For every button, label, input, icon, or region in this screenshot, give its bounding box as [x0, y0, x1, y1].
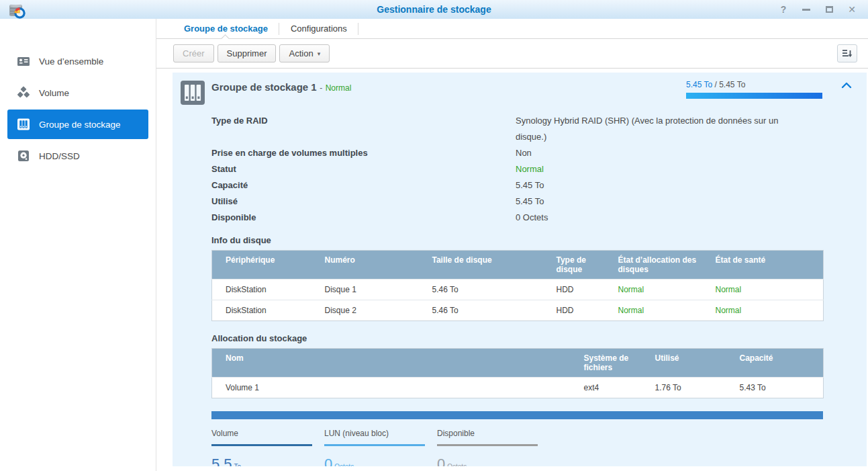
- sidebar-item-label: Volume: [39, 88, 69, 98]
- cell-health-status: Normal: [710, 280, 824, 300]
- pool-title: Groupe de stockage 1: [211, 81, 317, 93]
- storage-pool-panel: Groupe de stockage 1 - Normal 5.45 To / …: [173, 73, 867, 466]
- tab-label: Configurations: [291, 24, 347, 34]
- column-header: État d’allocation des disques: [613, 251, 710, 280]
- legend-item-volume: Volume 5.5To: [211, 429, 312, 466]
- usage-total-value: 5.45 To: [719, 80, 745, 89]
- pool-header: Groupe de stockage 1 - Normal 5.45 To / …: [173, 73, 867, 106]
- legend-value-unit: Octets: [447, 463, 467, 466]
- allocation-overview-bar: [211, 411, 823, 419]
- toolbar: Créer Supprimer Action ▾: [156, 39, 868, 69]
- disk-table-row: DiskStation Disque 2 5.46 To HDD Normal …: [212, 300, 824, 321]
- detail-label: Statut: [211, 161, 516, 177]
- detail-label: Prise en charge de volumes multiples: [211, 145, 516, 161]
- detail-value: Synology Hybrid RAID (SHR) (Avec la prot…: [516, 113, 806, 145]
- usage-progress-bar: [686, 93, 822, 99]
- sort-list-icon[interactable]: [837, 44, 857, 62]
- usage-divider: /: [715, 80, 717, 89]
- column-header: Type de disque: [551, 251, 613, 280]
- detail-value-status: Normal: [516, 161, 544, 177]
- sidebar-item-overview[interactable]: Vue d’ensemble: [7, 46, 148, 76]
- storage-pool-icon: [17, 118, 30, 131]
- legend-value-number: 5.5: [211, 456, 232, 466]
- legend-color-rule: [211, 444, 312, 446]
- cell-used: 1.76 To: [650, 378, 734, 398]
- detail-label: Disponible: [211, 210, 516, 226]
- column-header: Taille de disque: [427, 251, 551, 280]
- detail-label: Utilisé: [211, 194, 516, 210]
- chevron-up-icon[interactable]: [841, 81, 852, 89]
- usage-used-value: 5.45 To: [686, 80, 712, 89]
- detail-row-capacity: Capacité 5.45 To: [211, 177, 824, 194]
- pool-title-separator: -: [320, 83, 322, 93]
- legend-item-lun: LUN (niveau bloc) 0Octets: [324, 429, 425, 466]
- volume-cubes-icon: [17, 86, 30, 99]
- cell-type: HDD: [551, 300, 613, 321]
- sidebar-item-label: Vue d’ensemble: [39, 56, 103, 67]
- detail-value: 0 Octets: [516, 210, 548, 226]
- column-header: État de santé: [710, 251, 824, 280]
- pool-usage: 5.45 To / 5.45 To: [686, 80, 822, 99]
- sidebar: Vue d’ensemble Volume Groupe de stockage: [0, 19, 156, 471]
- overview-icon: [17, 54, 30, 68]
- tab-label: Groupe de stockage: [184, 24, 268, 34]
- legend-label: LUN (niveau bloc): [324, 429, 425, 444]
- tab-storage-pool[interactable]: Groupe de stockage: [173, 19, 279, 38]
- detail-row-raid-type: Type de RAID Synology Hybrid RAID (SHR) …: [211, 113, 824, 145]
- window-title: Gestionnaire de stockage: [0, 4, 868, 15]
- hdd-icon: [17, 149, 30, 163]
- detail-row-used: Utilisé 5.45 To: [211, 194, 824, 210]
- allocation-legend: Volume 5.5To LUN (niveau bloc) 0Octets: [211, 429, 824, 466]
- legend-label: Disponible: [437, 429, 538, 444]
- detail-value: 5.45 To: [516, 177, 544, 194]
- detail-row-available: Disponible 0 Octets: [211, 210, 824, 226]
- detail-value: 5.45 To: [516, 194, 544, 210]
- delete-button[interactable]: Supprimer: [218, 44, 277, 62]
- cell-allocation-status: Normal: [613, 280, 710, 300]
- maximize-icon[interactable]: [824, 4, 834, 15]
- cell-health-status: Normal: [710, 300, 824, 321]
- action-button[interactable]: Action ▾: [279, 44, 330, 62]
- alloc-table-header-row: Nom Système de fichiers Utilisé Capacité: [212, 349, 824, 378]
- minimize-icon[interactable]: [801, 4, 812, 15]
- storage-pool-large-icon: [179, 79, 206, 106]
- legend-label: Volume: [211, 429, 312, 444]
- legend-item-available: Disponible 0Octets: [437, 429, 538, 466]
- column-header: Système de fichiers: [579, 349, 650, 378]
- cell-number: Disque 1: [320, 280, 427, 300]
- create-button[interactable]: Créer: [173, 44, 214, 62]
- column-header: Numéro: [320, 251, 427, 280]
- column-header: Nom: [212, 349, 579, 378]
- storage-allocation-table: Nom Système de fichiers Utilisé Capacité…: [211, 348, 824, 398]
- tab-configurations[interactable]: Configurations: [279, 19, 358, 38]
- detail-row-multi-volume: Prise en charge de volumes multiples Non: [211, 145, 824, 161]
- sidebar-item-volume[interactable]: Volume: [7, 78, 148, 108]
- sidebar-item-hdd-ssd[interactable]: HDD/SSD: [7, 141, 148, 171]
- detail-label: Type de RAID: [211, 113, 516, 145]
- chevron-down-icon: ▾: [318, 50, 321, 57]
- pool-status-badge: Normal: [326, 83, 352, 93]
- cell-size: 5.46 To: [427, 300, 551, 321]
- cell-filesystem: ext4: [579, 378, 650, 398]
- allocation-section-title: Allocation du stockage: [211, 333, 824, 343]
- disk-info-table: Périphérique Numéro Taille de disque Typ…: [211, 250, 824, 321]
- column-header: Capacité: [734, 349, 824, 378]
- close-icon[interactable]: ✕: [847, 4, 857, 15]
- column-header: Périphérique: [212, 251, 320, 280]
- disk-table-row: DiskStation Disque 1 5.46 To HDD Normal …: [212, 280, 824, 300]
- window-controls: ? ✕: [778, 4, 868, 15]
- cell-allocation-status: Normal: [613, 300, 710, 321]
- cell-volume-name: Volume 1: [212, 378, 579, 398]
- sidebar-item-label: HDD/SSD: [39, 151, 80, 161]
- window-titlebar: Gestionnaire de stockage ? ✕: [0, 0, 868, 19]
- cell-size: 5.46 To: [427, 280, 551, 300]
- legend-value-number: 0: [437, 456, 445, 466]
- cell-capacity: 5.43 To: [734, 378, 824, 398]
- alloc-table-row: Volume 1 ext4 1.76 To 5.43 To: [212, 378, 824, 398]
- tab-bar: Groupe de stockage Configurations: [156, 19, 868, 39]
- sidebar-item-label: Groupe de stockage: [39, 120, 121, 130]
- detail-label: Capacité: [211, 177, 516, 194]
- cell-number: Disque 2: [320, 300, 427, 321]
- help-icon[interactable]: ?: [778, 4, 789, 15]
- sidebar-item-storage-pool[interactable]: Groupe de stockage: [7, 110, 148, 139]
